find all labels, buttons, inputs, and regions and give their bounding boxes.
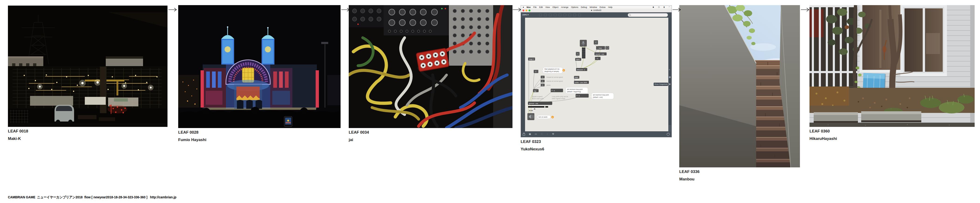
flow-arrow-icon — [512, 8, 522, 12]
snapshots-camera-icon: ◉ — [669, 83, 671, 85]
list-panel-icon: ≡ — [669, 68, 670, 71]
message-loop-toggle: loop — [599, 47, 602, 49]
right-rail: ≡ ▦ ◉ — [668, 18, 671, 132]
comment-pause: pause — [546, 84, 551, 86]
ground-leaf-litter — [810, 87, 975, 114]
number-min-loop: 0. — [554, 90, 555, 92]
message-read: read — [575, 76, 578, 78]
menu-item-max: Max — [527, 6, 531, 8]
leaf-id-label: LEAF 0018 — [8, 129, 28, 134]
lock-patcher-icon — [523, 134, 525, 136]
macos-menu-bar: ● Max File Edit View Object Arrange Opti… — [521, 6, 671, 9]
leaf-item-0336[interactable]: LEAF 0336 Manbou — [679, 5, 800, 187]
comment-reverse: reverse at normal speed — [546, 80, 563, 82]
leaf-photo-stairway — [679, 5, 800, 167]
leaf-id-label: LEAF 0028 — [178, 130, 199, 135]
object-buffer: buffer~ one 3000 — [575, 82, 587, 83]
comment-looppoints-line2: either signal or float — [552, 98, 565, 100]
number-signal-box: ~ 0. — [596, 58, 598, 59]
battery-icon: ▮ — [663, 6, 665, 8]
flow-arrow-icon — [341, 8, 350, 12]
leaf-item-0018[interactable]: LEAF 0018 Maki-K — [8, 6, 167, 146]
leaf-photo-house — [810, 5, 975, 127]
toolbar-object-icons — [539, 14, 581, 16]
bubble-min-line2: (default = beginning) — [567, 91, 581, 93]
leaf-author-label: Manbou — [679, 177, 694, 182]
search-input — [628, 13, 668, 17]
comment-forward: forward at normal speed — [546, 76, 563, 78]
leaf-id-label: LEAF 0034 — [349, 130, 369, 135]
window — [900, 5, 947, 76]
object-record: record~ one — [595, 53, 604, 55]
message-one: 1 — [542, 76, 543, 78]
leaf-author-label: HikaruHayashi — [810, 136, 837, 141]
bubble-max-line2: (default = end) — [593, 97, 603, 98]
zoom-level-selector: 100% ▾ — [522, 14, 528, 16]
window-title-bar: Untitled2 — [521, 9, 671, 12]
message-zero: 0 — [535, 71, 536, 72]
grid-icon: ⊞ — [541, 132, 542, 136]
window-title: Untitled2 — [521, 9, 671, 11]
game-footer: CAMBRIAN GAME ニューイヤーカンブリアン2018 flow [ ne… — [8, 195, 177, 200]
footer-title: CAMBRIAN GAME ニューイヤーカンブリアン2018 flow [ ne… — [8, 195, 150, 199]
left-rail — [521, 18, 525, 132]
comment-signal-line2: float is start point. — [532, 98, 544, 100]
object-sfrecord: sfrecord~ 2 — [577, 69, 585, 71]
leaf-item-0360[interactable]: LEAF 0360 HikaruHayashi — [810, 5, 975, 146]
leaf-id-label: LEAF 0360 — [810, 129, 830, 134]
menu-item-window: Window — [590, 6, 597, 8]
comment-signal-line1: Signal is speed, — [532, 96, 543, 98]
object-groove: groove~ one — [529, 103, 538, 105]
unsaved-dot-icon — [591, 10, 592, 11]
white-van — [54, 105, 74, 124]
leaf-id-label: LEAF 0336 — [679, 170, 700, 174]
clock-icon: ◷ — [658, 6, 660, 8]
leaf-item-0323[interactable]: ● Max File Edit View Object Arrange Opti… — [521, 5, 672, 155]
grid-panel-icon: ▦ — [669, 76, 671, 78]
synth-module-top-left — [349, 5, 383, 27]
pavement — [810, 123, 975, 127]
leaf-id-label: LEAF 0323 — [521, 140, 541, 144]
patcher-bottom-bar: ▣ ▭ ⊞ ⋔ ⚒ — [521, 131, 671, 137]
search-icon — [629, 14, 631, 16]
crane-mast — [116, 81, 118, 95]
ground — [8, 123, 167, 127]
object-sig: sig~ — [534, 90, 537, 92]
show-snapshots-tooltip: Show Snapshots — [654, 82, 668, 86]
synth-module-top-mid — [383, 5, 449, 35]
flow-arrow-icon — [801, 8, 810, 12]
menu-item-object: Object — [552, 6, 558, 8]
leaf-item-0028[interactable]: LEAF 0028 Fumio Hayashi — [178, 5, 340, 147]
message-loop1: loop 1 — [529, 59, 534, 60]
zoom-stripes — [668, 125, 671, 131]
leaf-author-label: YukoNexus6 — [521, 147, 544, 152]
max-window-screenshot: ● Max File Edit View Object Arrange Opti… — [521, 5, 672, 137]
leaf-author-label: Maki-K — [8, 136, 21, 141]
phone-screen — [284, 116, 292, 127]
leaf-photo-projection-mapping — [178, 5, 340, 128]
flow-arrow-icon — [168, 8, 178, 12]
cambrian-flow-page: LEAF 0018 Maki-K — [0, 0, 980, 203]
dark-pillar — [100, 67, 107, 113]
message-minus-one: -1 — [542, 80, 543, 82]
patch-cords-icon: ⋔ — [546, 132, 548, 136]
bubble-min-line1: set minimum loop point — [567, 89, 582, 90]
menu-item-arrange: Arrange — [561, 6, 568, 8]
tools-icon: ⚒ — [552, 132, 554, 136]
concrete-curbs — [814, 111, 921, 123]
patch-canvas: loop 1 loop record — [525, 18, 669, 132]
number-max-loop: 0. — [579, 95, 580, 97]
copy-icon: ▣ — [529, 132, 531, 136]
leaf-author-label: Fumio Hayashi — [178, 138, 207, 142]
roof-band — [106, 56, 143, 59]
menu-item-options: Options — [571, 6, 578, 8]
presentation-icon: ▭ — [535, 132, 537, 136]
menu-item-edit: Edit — [539, 6, 543, 8]
bubble-max-line1: set maximum loop point — [593, 94, 609, 96]
menu-item-help: Help — [608, 6, 612, 8]
menu-item-extras: Extras — [600, 6, 606, 8]
leaf-item-0034[interactable]: LEAF 0034 jai — [349, 5, 512, 147]
bubble-start-line1: Start playback at 0 ms — [544, 68, 560, 70]
menu-item-view: View — [545, 6, 550, 8]
cambrian-site-link[interactable]: http://cambrian.jp — [150, 195, 177, 199]
